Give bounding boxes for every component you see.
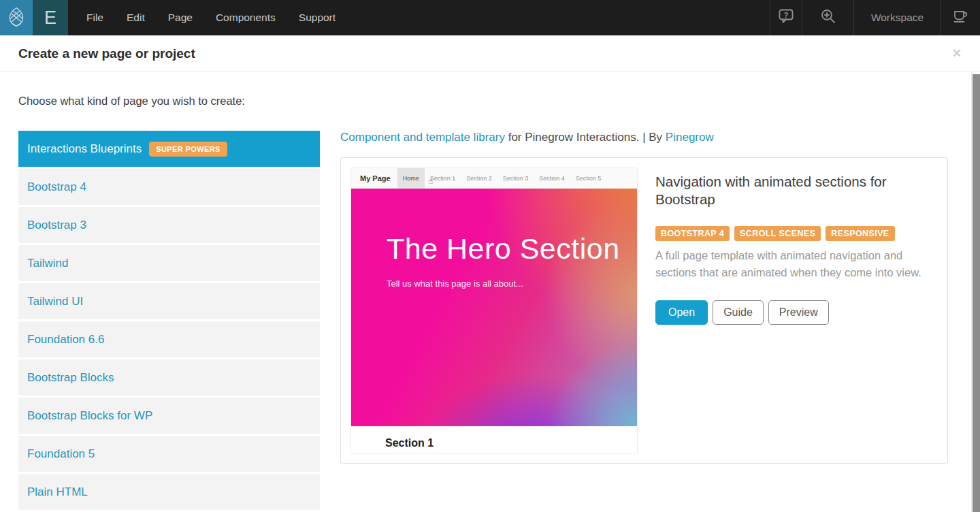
scrollbar-thumb[interactable] [973,74,980,512]
sidebar-item-label: Tailwind [27,257,68,270]
help-bubble-icon: ? [777,7,795,28]
sidebar-item-bootstrap-blocks[interactable]: Bootstrap Blocks [18,359,320,396]
preview-nav-section2: Section 2 [461,168,497,189]
close-icon[interactable]: × [952,45,962,61]
dialog-title: Create a new page or project [18,46,195,61]
preview-button[interactable]: Preview [768,300,829,325]
preview-hero: The Hero Section Tell us what this page … [351,189,637,426]
sidebar-item-bootstrap-blocks-wp[interactable]: Bootstrap Blocks for WP [18,398,320,434]
coffee-cup-icon [952,7,970,28]
preview-section: Section 1 [351,426,637,453]
tag-responsive: RESPONSIVE [826,226,894,241]
zoom-button[interactable] [802,0,853,35]
menu-file[interactable]: File [83,0,107,35]
choose-prompt: Choose what kind of page you wish to cre… [18,95,245,108]
sidebar-item-label: Bootstrap Blocks [27,371,114,385]
workspace-label: Workspace [871,12,924,24]
open-button[interactable]: Open [655,300,708,325]
template-title: Navigation with animated sections for Bo… [655,173,928,208]
preview-nav-section5: Section 5 [570,168,607,189]
sidebar-item-label: Tailwind UI [27,295,83,308]
preview-navbar: My Page Home Section 1 Section 2 Section… [351,168,637,189]
sidebar-item-label: Foundation 5 [27,447,95,461]
super-powers-badge: SUPER POWERS [149,142,227,157]
coffee-button[interactable] [941,0,980,35]
sidebar-item-foundation-5[interactable]: Foundation 5 [18,436,320,472]
preview-brand: My Page [360,174,391,182]
library-header: Component and template library for Pineg… [340,131,949,144]
preview-nav-home: Home [397,168,425,189]
page-type-list: Interactions Blueprints SUPER POWERS Boo… [18,131,320,512]
magnifier-plus-icon [819,7,837,28]
guide-button[interactable]: Guide [713,300,764,325]
sidebar-item-label: Bootstrap 3 [27,219,86,232]
dialog-header: Create a new page or project × [0,35,980,72]
pinecone-icon [6,5,27,30]
preview-section-label: Section 1 [385,437,434,449]
editor-letter: E [44,7,56,29]
template-description: A full page template with animated navig… [655,247,941,281]
tag-scroll-scenes: SCROLL SCENES [734,226,821,241]
tag-bootstrap4: BOOTSTRAP 4 [655,226,730,241]
preview-hero-title: The Hero Section [387,232,637,266]
template-info: Navigation with animated sections for Bo… [638,167,936,453]
template-card: My Page Home Section 1 Section 2 Section… [340,157,948,464]
svg-text:?: ? [783,11,788,19]
sidebar-item-bootstrap-3[interactable]: Bootstrap 3 [18,207,320,243]
preview-nav-section3: Section 3 [497,168,534,189]
sidebar-item-bootstrap-4[interactable]: Bootstrap 4 [18,169,320,205]
sidebar-item-interactions-blueprints[interactable]: Interactions Blueprints SUPER POWERS [18,131,320,167]
sidebar-item-tailwind-ui[interactable]: Tailwind UI [18,283,320,319]
sidebar-item-label: Interactions Blueprints [27,142,142,156]
help-button[interactable]: ? [770,0,802,35]
menu-edit[interactable]: Edit [123,0,148,35]
sidebar-item-label: Bootstrap Blocks for WP [27,409,152,423]
sidebar-item-tailwind[interactable]: Tailwind [18,245,320,281]
workspace-button[interactable]: Workspace [854,0,941,35]
template-preview-image[interactable]: My Page Home Section 1 Section 2 Section… [350,167,638,453]
sidebar-item-foundation-66[interactable]: Foundation 6.6 [18,321,320,357]
sidebar-item-plain-html[interactable]: Plain HTML [18,474,320,510]
library-panel: Component and template library for Pineg… [340,131,949,464]
sidebar-item-label: Foundation 6.6 [27,333,104,347]
preview-hero-subtitle: Tell us what this page is all about... [387,278,637,289]
main-menu: File Edit Page Components Support [83,0,339,35]
library-header-text: for Pinegrow Interactions. | By [508,131,662,144]
tag-list: BOOTSTRAP 4 SCROLL SCENES RESPONSIVE [655,226,936,241]
cursor-icon: ☝ [428,176,433,186]
template-actions: Open Guide Preview [655,300,936,325]
preview-nav-section4: Section 4 [534,168,570,189]
editor-tab-tile[interactable]: E [33,0,68,35]
sidebar-item-label: Bootstrap 4 [27,180,86,194]
library-link[interactable]: Component and template library [340,131,505,144]
topbar-right-group: ? Workspace [770,0,980,35]
app-menubar: E File Edit Page Components Support ? [0,0,980,35]
pinegrow-logo[interactable] [0,0,33,35]
vertical-scrollbar [971,72,980,512]
pinegrow-link[interactable]: Pinegrow [666,131,714,144]
menu-page[interactable]: Page [165,0,196,35]
menu-support[interactable]: Support [295,0,339,35]
sidebar-item-label: Plain HTML [27,485,88,499]
menu-components[interactable]: Components [212,0,279,35]
